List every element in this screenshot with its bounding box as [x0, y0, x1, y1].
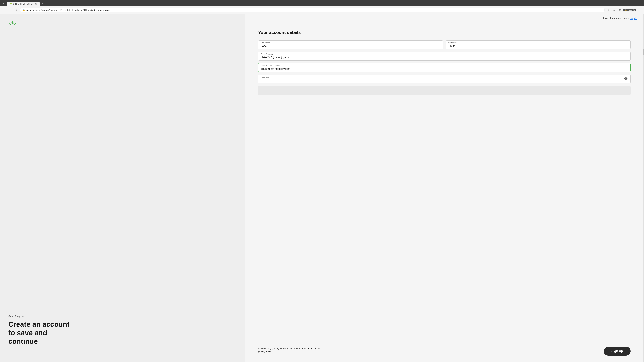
- reload-button[interactable]: ↻: [14, 7, 19, 12]
- split-button[interactable]: ⧉: [617, 7, 622, 12]
- sign-in-link[interactable]: Sign in: [630, 17, 637, 20]
- first-name-group: First Name: [258, 40, 443, 49]
- heading-line3: continue: [8, 337, 38, 345]
- privacy-notice-link[interactable]: privacy notice: [258, 351, 271, 353]
- incognito-icon: 🕵: [624, 9, 627, 11]
- tab-selector[interactable]: ▼: [1, 2, 6, 6]
- heading-line1: Create an account: [8, 321, 70, 328]
- tab-favicon: 🌱: [10, 3, 12, 5]
- bookmark-icon: ☆: [607, 8, 610, 11]
- heading-line2: to save and: [8, 329, 47, 337]
- terms-prefix: By continuing, you agree to the GoFundMe: [258, 347, 300, 350]
- address-bar[interactable]: 🔒 gofundme.com/sign-up?redirect=%2Fcreat…: [20, 8, 604, 12]
- reload-icon: ↻: [16, 8, 18, 11]
- gofundme-logo: [8, 20, 17, 26]
- scrollbar[interactable]: [643, 14, 644, 362]
- form-title: Your account details: [258, 30, 630, 35]
- confirm-email-input[interactable]: [258, 63, 630, 72]
- progress-label: Great Progress: [8, 315, 236, 318]
- scrollbar-thumb: [643, 49, 644, 55]
- more-icon: ⋮: [638, 8, 641, 11]
- terms-of-service-link[interactable]: terms of service: [301, 347, 316, 350]
- browser-tabs-bar: ▼ 🌱 Sign Up | GoFundMe ✕ +: [0, 0, 644, 6]
- password-group: Password: [258, 75, 630, 83]
- already-have-account-text: Already have an account?: [602, 17, 629, 20]
- toggle-password-icon[interactable]: [624, 77, 628, 81]
- email-input[interactable]: [258, 52, 630, 60]
- email-group: Email Address: [258, 52, 630, 60]
- right-panel: Already have an account? Sign in Your ac…: [245, 14, 644, 362]
- confirm-email-row: Confirm Email Address: [258, 63, 630, 72]
- bookmark-button[interactable]: ☆: [606, 7, 611, 12]
- back-icon: ←: [3, 8, 6, 11]
- right-header: Already have an account? Sign in: [245, 14, 644, 23]
- tab-close-button[interactable]: ✕: [35, 3, 37, 5]
- download-button[interactable]: ⬇: [612, 7, 616, 12]
- forward-button[interactable]: →: [8, 7, 13, 12]
- incognito-badge: 🕵 Incognito: [623, 8, 636, 11]
- browser-chrome: ▼ 🌱 Sign Up | GoFundMe ✕ + ← → ↻ 🔒 gofun…: [0, 0, 644, 14]
- more-button[interactable]: ⋮: [637, 7, 642, 12]
- forward-icon: →: [9, 8, 12, 11]
- form-container: Your account details First Name Last Nam…: [245, 23, 644, 344]
- signup-button[interactable]: Sign Up: [604, 347, 630, 356]
- terms-text: By continuing, you agree to the GoFundMe…: [258, 347, 321, 353]
- name-row: First Name Last Name: [258, 40, 630, 49]
- incognito-label: Incognito: [628, 9, 635, 11]
- split-icon: ⧉: [619, 8, 621, 11]
- terms-middle: and: [318, 347, 321, 350]
- hidden-field: [258, 86, 630, 95]
- active-tab[interactable]: 🌱 Sign Up | GoFundMe ✕: [7, 1, 40, 6]
- url-text: gofundme.com/sign-up?redirect=%2Fcreate%…: [26, 9, 602, 11]
- form-footer: By continuing, you agree to the GoFundMe…: [245, 344, 644, 362]
- last-name-input[interactable]: [446, 40, 630, 49]
- tab-selector-icon: ▼: [3, 3, 5, 5]
- logo: [8, 20, 236, 27]
- browser-toolbar: ← → ↻ 🔒 gofundme.com/sign-up?redirect=%2…: [0, 6, 644, 14]
- password-row: Password: [258, 75, 630, 83]
- toolbar-actions: ☆ ⬇ ⧉ 🕵 Incognito ⋮: [606, 7, 642, 12]
- tab-list: 🌱 Sign Up | GoFundMe ✕: [7, 1, 40, 6]
- main-heading: Create an account to save and continue: [8, 320, 236, 346]
- tab-title: Sign Up | GoFundMe: [13, 2, 34, 5]
- confirm-email-group: Confirm Email Address: [258, 63, 630, 72]
- terms-suffix: .: [272, 351, 272, 353]
- page-container: Great Progress Create an account to save…: [0, 14, 644, 362]
- first-name-input[interactable]: [258, 40, 443, 49]
- left-panel: Great Progress Create an account to save…: [0, 14, 245, 362]
- email-row: Email Address: [258, 52, 630, 60]
- svg-point-1: [626, 78, 626, 79]
- password-input[interactable]: [258, 75, 630, 83]
- download-icon: ⬇: [613, 8, 615, 11]
- new-tab-button[interactable]: +: [40, 1, 45, 6]
- svg-point-0: [12, 21, 14, 23]
- last-name-group: Last Name: [446, 40, 630, 49]
- lock-icon: 🔒: [23, 9, 25, 11]
- back-button[interactable]: ←: [2, 7, 7, 12]
